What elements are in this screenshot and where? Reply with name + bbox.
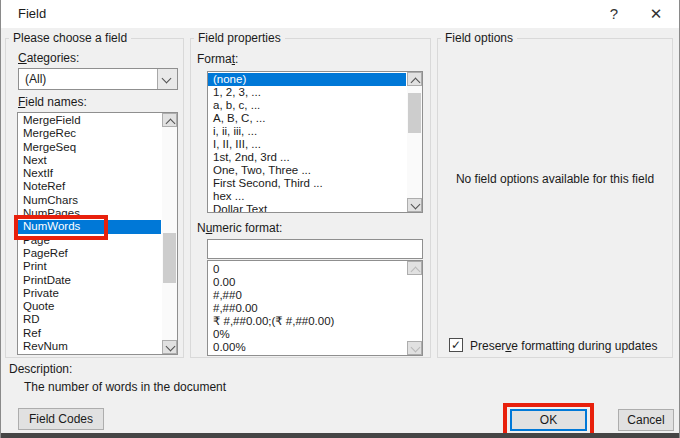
field-dialog: Field ? ✕ Please choose a field Categori… (0, 0, 680, 438)
scroll-up-icon[interactable] (407, 72, 422, 86)
annotation-box-numwords (14, 215, 108, 240)
list-item[interactable]: ₹ #,##0.00;(₹ #,##0.00) (208, 315, 406, 328)
scrollbar-thumb[interactable] (163, 233, 176, 283)
list-item[interactable]: MergeField (18, 114, 161, 127)
dropdown-button[interactable] (157, 69, 177, 89)
list-item[interactable]: One, Two, Three ... (208, 164, 406, 177)
list-item[interactable]: hex ... (208, 190, 406, 203)
list-item[interactable]: NextIf (18, 167, 161, 180)
no-field-options-message: No field options available for this fiel… (438, 172, 672, 186)
list-item[interactable]: NoteRef (18, 180, 161, 193)
list-item[interactable]: Dollar Text (208, 203, 406, 213)
preserve-formatting-label: Preserve formatting during updates (470, 339, 657, 353)
field-names-scrollbar[interactable] (162, 113, 177, 354)
annotation-box-ok (503, 403, 594, 437)
list-item[interactable]: RevNum (18, 340, 161, 353)
numeric-format-scrollbar[interactable] (407, 261, 422, 355)
list-item[interactable]: Ref (18, 327, 161, 340)
list-item[interactable]: RD (18, 313, 161, 326)
group-choose-field-title: Please choose a field (9, 31, 131, 45)
dialog-title: Field (18, 6, 46, 21)
list-item[interactable]: Print (18, 260, 161, 273)
scroll-down-icon[interactable] (407, 198, 422, 212)
group-field-options-title: Field options (441, 31, 517, 45)
scroll-up-icon[interactable] (407, 261, 422, 275)
list-item[interactable]: a, b, c, ... (208, 99, 406, 112)
group-field-options: Field options No field options available… (437, 38, 673, 358)
list-item[interactable]: 0 (208, 263, 406, 276)
description-text: The number of words in the document (24, 380, 226, 394)
numeric-format-list[interactable]: 00.00#,##0#,##0.00₹ #,##0.00;(₹ #,##0.00… (207, 260, 423, 356)
format-scrollbar[interactable] (407, 72, 422, 212)
list-item[interactable]: (none) (208, 73, 406, 86)
list-item[interactable]: i, ii, iii, ... (208, 125, 406, 138)
check-icon: ✓ (451, 338, 461, 352)
categories-selected-value: (All) (25, 72, 46, 86)
scroll-up-icon[interactable] (162, 113, 177, 127)
group-field-properties-title: Field properties (194, 31, 285, 45)
list-item[interactable]: 0.00 (208, 276, 406, 289)
list-item[interactable]: #,##0.00 (208, 302, 406, 315)
format-label: Format: (197, 52, 238, 66)
list-item[interactable]: A, B, C, ... (208, 112, 406, 125)
list-item[interactable]: #,##0 (208, 289, 406, 302)
cancel-button[interactable]: Cancel (618, 409, 674, 431)
list-item[interactable]: MergeSeq (18, 141, 161, 154)
list-item[interactable]: Next (18, 154, 161, 167)
numeric-format-label: Numeric format: (197, 221, 282, 235)
list-item[interactable]: 1st, 2nd, 3rd ... (208, 151, 406, 164)
close-icon[interactable]: ✕ (641, 3, 671, 25)
list-item[interactable]: MergeRec (18, 127, 161, 140)
numeric-format-input[interactable] (207, 239, 423, 259)
list-item[interactable]: 0% (208, 328, 406, 341)
format-list[interactable]: (none)1, 2, 3, ...a, b, c, ...A, B, C, .… (207, 71, 423, 213)
chevron-down-icon (162, 74, 172, 84)
categories-dropdown[interactable]: (All) (18, 68, 178, 90)
scroll-down-icon[interactable] (162, 340, 177, 354)
help-icon[interactable]: ? (599, 3, 629, 25)
list-item[interactable]: I, II, III, ... (208, 138, 406, 151)
description-label: Description: (9, 362, 72, 376)
list-item[interactable]: Quote (18, 300, 161, 313)
window-bottom-edge (1, 433, 679, 438)
list-item[interactable]: Private (18, 287, 161, 300)
list-item[interactable]: PrintDate (18, 274, 161, 287)
list-item[interactable]: NumChars (18, 194, 161, 207)
titlebar: Field ? ✕ (1, 0, 679, 28)
list-item[interactable]: 1, 2, 3, ... (208, 86, 406, 99)
list-item[interactable]: 0.00% (208, 341, 406, 354)
field-codes-button[interactable]: Field Codes (18, 408, 104, 430)
scrollbar-thumb[interactable] (408, 93, 421, 133)
categories-label: Categories: (18, 51, 79, 65)
preserve-formatting-checkbox[interactable]: ✓ (449, 338, 463, 352)
list-item[interactable]: PageRef (18, 247, 161, 260)
field-names-label: Field names: (18, 95, 87, 109)
list-item[interactable]: First Second, Third ... (208, 177, 406, 190)
scroll-down-icon[interactable] (407, 341, 422, 355)
